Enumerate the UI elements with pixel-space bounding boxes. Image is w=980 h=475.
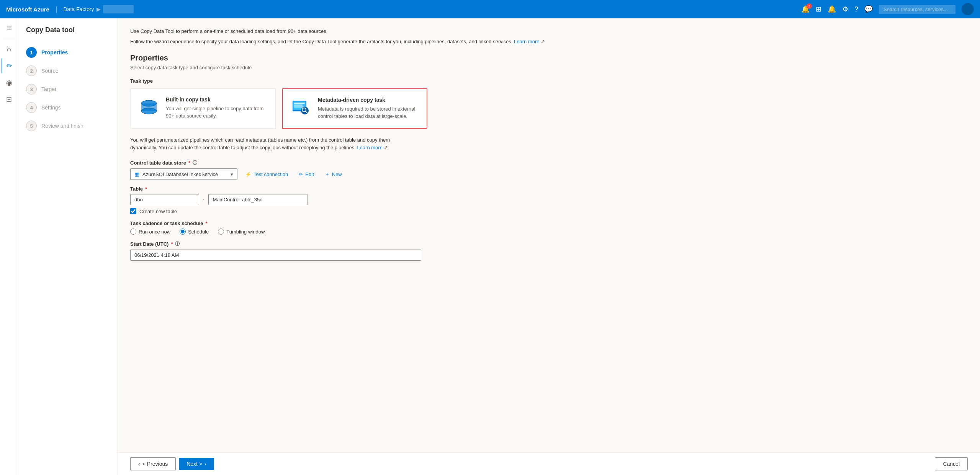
sidebar-edit-icon[interactable]: ✏ <box>2 58 17 73</box>
cadence-required: * <box>206 220 208 226</box>
metadata-task-description: Metadata is required to be stored in ext… <box>318 105 419 120</box>
sidebar-manage-icon[interactable]: ⊟ <box>2 92 17 107</box>
dropdown-chevron-icon: ▾ <box>231 171 233 177</box>
alert-icon[interactable]: 🔔 <box>828 5 836 13</box>
table-required: * <box>145 186 147 192</box>
start-date-label: Start Date (UTC) * ⓘ <box>130 241 968 247</box>
new-plus-icon: ＋ <box>325 171 330 178</box>
builtin-task-icon <box>138 96 160 118</box>
test-connection-button[interactable]: ⚡ Test connection <box>242 169 291 180</box>
cancel-button[interactable]: Cancel <box>935 457 968 470</box>
create-new-table-label[interactable]: Create new table <box>139 209 177 214</box>
sidebar-toggle-button[interactable]: ☰ <box>3 21 15 35</box>
notifications-badge: 1 <box>807 3 812 9</box>
start-date-info-icon[interactable]: ⓘ <box>175 241 180 247</box>
svg-rect-7 <box>294 103 305 104</box>
portal-menu-icon[interactable]: ⊞ <box>816 5 821 13</box>
table-schema-input[interactable] <box>130 194 199 205</box>
param-learn-more-link[interactable]: Learn more <box>357 145 382 150</box>
feedback-icon[interactable]: 💬 <box>864 5 873 13</box>
tumbling-window-label[interactable]: Tumbling window <box>226 229 265 235</box>
svg-rect-8 <box>294 104 303 106</box>
previous-button[interactable]: ‹ < Previous <box>130 457 176 470</box>
step-target[interactable]: 3 Target <box>25 80 111 98</box>
step-1-circle: 1 <box>26 47 37 58</box>
start-date-form-group: Start Date (UTC) * ⓘ <box>130 241 968 261</box>
run-once-radio[interactable] <box>130 229 136 235</box>
run-once-radio-item[interactable]: Run once now <box>130 229 170 235</box>
builtin-task-title: Built-in copy task <box>166 96 268 103</box>
metadata-copy-task-card[interactable]: Metadata-driven copy task Metadata is re… <box>282 88 427 129</box>
steps-sidebar: Copy Data tool 1 Properties 2 Source 3 T… <box>18 18 118 475</box>
intro-text-line2: Follow the wizard experience to specify … <box>130 38 968 46</box>
builtin-task-description: You will get single pipeline to copy dat… <box>166 105 268 120</box>
task-type-label: Task type <box>130 78 968 84</box>
user-avatar[interactable] <box>962 3 974 15</box>
step-source[interactable]: 2 Source <box>25 62 111 80</box>
page-title: Copy Data tool <box>25 26 111 34</box>
tumbling-window-radio-item[interactable]: Tumbling window <box>218 229 265 235</box>
control-table-label: Control table data store * ⓘ <box>130 160 968 166</box>
main-content: Use Copy Data Tool to perform a one-time… <box>118 18 980 475</box>
top-nav-bar: Microsoft Azure | Data Factory ▶ 🔔 1 ⊞ 🔔… <box>0 0 980 18</box>
create-new-table-checkbox[interactable] <box>130 208 136 214</box>
main-layout: ☰ ⌂ ✏ ◉ ⊟ Copy Data tool 1 Properties 2 … <box>0 18 980 475</box>
schedule-radio-item[interactable]: Schedule <box>180 229 209 235</box>
create-new-table-row: Create new table <box>130 208 968 214</box>
intro-learn-more-link[interactable]: Learn more <box>514 39 539 44</box>
intro-text-line1: Use Copy Data Tool to perform a one-time… <box>130 28 968 36</box>
step-1-label: Properties <box>41 49 68 55</box>
svg-rect-9 <box>294 106 304 108</box>
table-form-group: Table * · Create new table <box>130 186 968 214</box>
bottom-bar: ‹ < Previous Next > › Cancel <box>118 452 980 475</box>
previous-chevron-icon: ‹ <box>138 461 140 467</box>
control-table-info-icon[interactable]: ⓘ <box>193 160 197 166</box>
step-5-circle: 5 <box>26 121 37 131</box>
step-4-circle: 4 <box>26 102 37 113</box>
brand: Microsoft Azure <box>6 6 49 13</box>
step-settings[interactable]: 4 Settings <box>25 98 111 117</box>
cadence-form-group: Task cadence or task schedule * Run once… <box>130 220 968 235</box>
cadence-radio-group: Run once now Schedule Tumbling window <box>130 229 968 235</box>
properties-section-subtitle: Select copy data task type and configure… <box>130 65 968 70</box>
schedule-label[interactable]: Schedule <box>188 229 209 235</box>
control-table-dropdown[interactable]: ▦ AzureSQLDatabaseLinkedService ▾ <box>130 168 237 180</box>
table-separator: · <box>203 196 205 203</box>
start-date-required: * <box>171 241 173 247</box>
table-row: · <box>130 194 968 205</box>
step-3-circle: 3 <box>26 84 37 95</box>
metadata-task-title: Metadata-driven copy task <box>318 97 419 103</box>
task-cards-container: Built-in copy task You will get single p… <box>130 88 968 129</box>
control-table-value: AzureSQLDatabaseLinkedService <box>142 171 218 177</box>
breadcrumb: Data Factory ▶ <box>63 5 133 13</box>
start-date-input[interactable] <box>130 250 421 261</box>
test-connection-icon: ⚡ <box>245 171 251 177</box>
resource-name[interactable] <box>103 5 134 13</box>
service-name: Data Factory <box>63 6 94 12</box>
builtin-task-info: Built-in copy task You will get single p… <box>166 96 268 120</box>
run-once-label[interactable]: Run once now <box>139 229 170 235</box>
tumbling-window-radio[interactable] <box>218 229 224 235</box>
next-button[interactable]: Next > › <box>179 458 214 470</box>
param-desc: You will get parameterized pipelines whi… <box>130 136 421 152</box>
notifications-icon[interactable]: 🔔 1 <box>801 5 810 13</box>
builtin-copy-task-card[interactable]: Built-in copy task You will get single p… <box>130 88 276 129</box>
sidebar-monitor-icon[interactable]: ◉ <box>2 75 17 90</box>
nav-separator: | <box>56 5 57 13</box>
step-4-label: Settings <box>41 104 61 111</box>
edit-button[interactable]: ✏ Edit <box>296 169 317 180</box>
schedule-radio[interactable] <box>180 229 186 235</box>
table-name-input[interactable] <box>208 194 308 205</box>
properties-section-title: Properties <box>130 54 968 62</box>
settings-icon[interactable]: ⚙ <box>842 5 848 13</box>
table-label: Table * <box>130 186 968 192</box>
sidebar-home-icon[interactable]: ⌂ <box>2 41 17 57</box>
breadcrumb-arrow: ▶ <box>97 6 101 12</box>
control-table-dropdown-row: ▦ AzureSQLDatabaseLinkedService ▾ ⚡ Test… <box>130 168 968 180</box>
help-icon[interactable]: ? <box>854 5 858 13</box>
step-review[interactable]: 5 Review and finish <box>25 117 111 135</box>
global-search-input[interactable] <box>879 5 955 14</box>
next-chevron-icon: › <box>205 461 206 467</box>
step-properties[interactable]: 1 Properties <box>25 43 111 62</box>
new-button[interactable]: ＋ New <box>322 168 345 180</box>
